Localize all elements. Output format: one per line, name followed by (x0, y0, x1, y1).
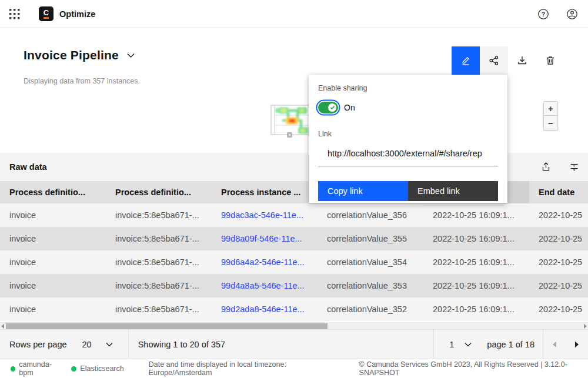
scroll-left-arrow-icon[interactable] (1, 324, 4, 329)
table-row: invoiceinvoice:5:8e5ba671-...99dac3ac-54… (0, 203, 588, 227)
rows-per-page-select[interactable]: 20 (82, 340, 113, 349)
table-cell: invoice (0, 297, 106, 321)
page-info: page 1 of 18 (487, 340, 534, 349)
trash-icon (545, 55, 556, 66)
table-actions (532, 153, 588, 181)
page-number-value: 1 (449, 340, 454, 349)
raw-data-title: Raw data (9, 162, 47, 172)
status-dot-green (71, 366, 76, 372)
toggle-check-icon (330, 105, 335, 110)
table-cell: 2022-10-25 16:09:1... (423, 227, 529, 250)
rows-per-page-label: Rows per page (9, 340, 67, 349)
table-cell: invoice (0, 250, 106, 274)
svg-text:?: ? (542, 10, 545, 17)
column-header-process-definition-id[interactable]: Process definitio... (106, 181, 212, 203)
column-header-label: End date (539, 188, 574, 197)
download-button[interactable] (508, 46, 536, 75)
connection-status-elasticsearch: Elasticsearch (71, 364, 123, 373)
grid-icon (9, 9, 20, 19)
zoom-in-button[interactable]: + (543, 101, 558, 116)
column-header-end-date[interactable]: End date (529, 181, 588, 203)
link-label: Link (318, 130, 498, 138)
prev-page-button[interactable] (543, 330, 566, 359)
connection-label: Elasticsearch (80, 364, 123, 373)
plus-icon: + (548, 103, 553, 113)
share-link-input[interactable] (318, 141, 498, 166)
enable-sharing-label: Enable sharing (318, 84, 498, 92)
table-cell: 2022-10-25 (529, 297, 588, 321)
share-icon (489, 55, 499, 66)
toggle-knob (328, 103, 336, 112)
process-instance-id-link[interactable]: 99dac3ac-546e-11e... (221, 210, 303, 220)
column-settings-icon (569, 162, 580, 172)
bpmn-io-watermark-icon (286, 132, 293, 138)
table-cell: invoice:5:8e5ba671-... (106, 203, 212, 227)
page-number-select[interactable]: 1 (449, 340, 472, 349)
prev-page-icon (553, 342, 556, 347)
process-instance-id-link[interactable]: 99d8a09f-546e-11e... (221, 234, 302, 243)
sharing-toggle[interactable] (318, 102, 338, 113)
table-row: invoiceinvoice:5:8e5ba671-...99d4a8a5-54… (0, 274, 588, 297)
logo-orange-bar (44, 17, 49, 19)
delete-button[interactable] (536, 46, 564, 75)
process-instance-id-link[interactable]: 99d4a8a5-546e-11e... (221, 281, 305, 290)
download-icon (517, 55, 527, 66)
table-cell: invoice:5:8e5ba671-... (106, 250, 212, 274)
column-header-process-instance-id[interactable]: Process instance ... (212, 181, 318, 203)
scroll-right-arrow-icon[interactable] (584, 324, 587, 329)
connection-status-camunda: camunda-bpm (11, 360, 62, 377)
table-cell: correlationValue_354 (318, 250, 423, 274)
table-body: invoiceinvoice:5:8e5ba671-...99dac3ac-54… (0, 203, 588, 321)
table-cell: invoice:5:8e5ba671-... (106, 274, 212, 297)
next-page-button[interactable] (566, 330, 588, 359)
logo-letter: C (44, 9, 49, 16)
table-cell: 2022-10-25 (529, 227, 588, 250)
connection-label: camunda-bpm (19, 360, 62, 377)
scrollbar-thumb[interactable] (6, 323, 328, 329)
rows-per-page-value: 20 (82, 340, 92, 349)
divider (433, 330, 434, 359)
help-button[interactable]: ? (537, 8, 550, 21)
table-cell: invoice (0, 274, 106, 297)
table-cell: invoice (0, 203, 106, 227)
table-cell: 99d2ada8-546e-11e... (212, 297, 318, 321)
app-launcher-button[interactable] (5, 4, 25, 24)
copyright-text: © Camunda Services GmbH 2023, All Rights… (359, 360, 588, 377)
embed-link-button[interactable]: Embed link (408, 181, 498, 201)
sharing-toggle-row: On (318, 101, 498, 114)
minus-icon: − (548, 118, 553, 128)
copy-link-button[interactable]: Copy link (318, 181, 408, 201)
column-header-label: Process instance ... (221, 188, 300, 197)
share-button[interactable] (480, 46, 508, 75)
column-settings-button[interactable] (560, 153, 588, 181)
table-cell: 2022-10-25 16:09:1... (423, 250, 529, 274)
table-cell: 99d6a4a2-546e-11e... (212, 250, 318, 274)
export-csv-button[interactable] (532, 153, 560, 181)
table-cell: 2022-10-25 16:09:1... (423, 274, 529, 297)
app-title: Optimize (59, 9, 95, 19)
table-cell: 99d4a8a5-546e-11e... (212, 274, 318, 297)
table-cell: correlationValue_353 (318, 274, 423, 297)
chevron-down-icon (106, 342, 113, 347)
zoom-out-button[interactable]: − (543, 116, 558, 131)
camunda-logo: C (39, 6, 54, 21)
toggle-state-label: On (344, 103, 355, 112)
next-page-icon (575, 342, 579, 347)
column-header-label: Process definitio... (9, 188, 85, 197)
report-menu-chevron-icon[interactable] (127, 53, 135, 58)
column-header-process-definition-key[interactable]: Process definitio... (0, 181, 106, 203)
process-instance-id-link[interactable]: 99d2ada8-546e-11e... (221, 305, 305, 314)
horizontal-scrollbar[interactable] (0, 322, 588, 329)
table-row: invoiceinvoice:5:8e5ba671-...99d8a09f-54… (0, 227, 588, 250)
table-cell: 99d8a09f-546e-11e... (212, 227, 318, 250)
table-cell: invoice (0, 227, 106, 250)
table-cell: correlationValue_352 (318, 297, 423, 321)
table-row: invoiceinvoice:5:8e5ba671-...99d2ada8-54… (0, 297, 588, 321)
edit-button[interactable] (452, 46, 480, 75)
process-instance-id-link[interactable]: 99d6a4a2-546e-11e... (221, 257, 305, 267)
user-menu-button[interactable] (566, 8, 579, 21)
chevron-down-icon (465, 342, 472, 347)
edit-icon (460, 55, 471, 66)
help-icon: ? (537, 8, 550, 21)
table-cell: correlationValue_355 (318, 227, 423, 250)
